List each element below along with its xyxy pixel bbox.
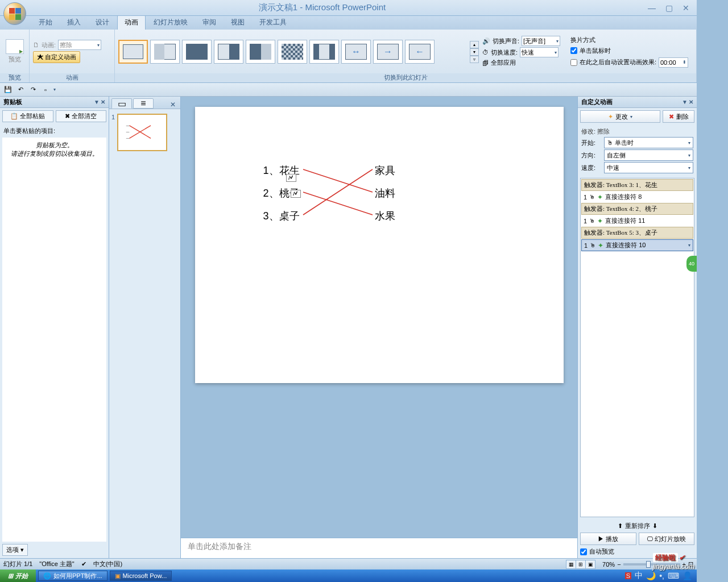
tab-design[interactable]: 设计 <box>89 15 116 30</box>
animation-list: 触发器: TextBox 3: 1、花生 1🖱✦直接连接符 8 触发器: Tex… <box>580 178 694 517</box>
pane-dropdown-icon[interactable]: ▼ <box>682 99 688 105</box>
start-button[interactable]: ⊞开始 <box>0 569 36 582</box>
notes-area[interactable]: 单击此处添加备注 <box>181 538 577 558</box>
slide-text-6[interactable]: 水果 <box>375 209 395 223</box>
trigger-header: 触发器: TextBox 5: 3、桌子 <box>581 227 693 239</box>
pane-close-icon[interactable]: ✕ <box>689 99 693 105</box>
reorder-down-icon[interactable]: ⬇ <box>652 522 657 530</box>
tab-insert[interactable]: 插入 <box>60 15 88 30</box>
sorter-view-icon[interactable]: ⊞ <box>576 560 586 569</box>
clear-all-button[interactable]: ✖ 全部清空 <box>56 110 107 122</box>
transition-item[interactable] <box>150 40 180 64</box>
transition-gallery: ↔ → ← ▴▾▿ <box>118 40 480 64</box>
tab-developer[interactable]: 开发工具 <box>253 15 293 30</box>
clipboard-message: 单击要粘贴的项目: <box>0 124 109 138</box>
undo-icon[interactable]: ↶ <box>16 85 25 94</box>
ime-icon[interactable]: S <box>625 572 631 579</box>
gallery-scroll[interactable]: ▴▾▿ <box>470 41 479 63</box>
language-indicator[interactable]: 中文(中国) <box>93 560 122 568</box>
qat-more-icon[interactable]: ▫ <box>41 85 50 94</box>
maximize-button[interactable]: ▢ <box>661 3 676 13</box>
auto-advance-checkbox[interactable] <box>570 59 577 66</box>
title-bar: 演示文稿1 - Microsoft PowerPoint — ▢ ✕ <box>0 0 697 16</box>
animation-item-selected[interactable]: 1🖱✦直接连接符 10▾ <box>581 239 693 251</box>
options-button[interactable]: 选项 ▾ <box>2 544 28 556</box>
anim-speed-select[interactable]: 中速▾ <box>604 162 693 173</box>
tab-view[interactable]: 视图 <box>224 15 251 30</box>
transition-item[interactable] <box>309 40 339 64</box>
animation-select[interactable]: 擦除▾ <box>58 40 101 50</box>
pane-dropdown-icon[interactable]: ▼ <box>94 99 100 105</box>
slideshow-view-icon[interactable]: ▣ <box>585 560 595 569</box>
pane-close-icon[interactable]: ✕ <box>101 99 105 105</box>
transition-item[interactable]: ↔ <box>341 40 371 64</box>
sound-select[interactable]: [无声音]▾ <box>522 36 560 46</box>
redo-icon[interactable]: ↷ <box>28 85 38 94</box>
svg-line-5 <box>303 169 373 192</box>
slide-text-3[interactable]: 3、桌子 <box>263 209 300 223</box>
auto-time-spinner[interactable]: 00:00⬍ <box>659 57 688 68</box>
slides-tab[interactable]: ▭ <box>111 98 132 109</box>
zoom-out-icon[interactable]: − <box>617 561 621 568</box>
slide-text-4[interactable]: 家具 <box>375 164 395 177</box>
spellcheck-icon[interactable]: ✔ <box>81 560 86 568</box>
tray-icon[interactable]: 🌙 <box>646 571 656 580</box>
save-icon[interactable]: 💾 <box>3 85 13 94</box>
outline-tab[interactable]: ≡ <box>133 98 154 109</box>
thumb-pane-close-icon[interactable]: ✕ <box>168 101 178 109</box>
transition-none[interactable] <box>118 40 148 64</box>
auto-advance-label: 在此之后自动设置动画效果: <box>580 58 656 66</box>
tray-icon[interactable]: •, <box>659 571 664 580</box>
autopreview-checkbox[interactable] <box>580 548 587 555</box>
qat-customize-icon[interactable]: ▾ <box>53 87 56 92</box>
apply-all-button[interactable]: 🗐全部应用 <box>482 59 560 67</box>
reorder-up-icon[interactable]: ⬆ <box>618 522 623 530</box>
tab-review[interactable]: 审阅 <box>196 15 223 30</box>
animation-pane: 自定义动画▼✕ ✦更改▾ ✖删除 修改: 擦除 开始:🖱 单击时▾ 方向:自左侧… <box>577 97 697 558</box>
preview-label: 预览 <box>9 56 21 63</box>
trigger-header: 触发器: TextBox 4: 2、桃子 <box>581 203 693 215</box>
animation-indicator: 🗲 <box>291 190 301 198</box>
transition-item[interactable] <box>246 40 275 64</box>
slide-thumbnail[interactable]: 1 ——— <box>111 114 178 151</box>
direction-select[interactable]: 自左侧▾ <box>604 149 693 161</box>
change-effect-button[interactable]: ✦更改▾ <box>580 110 660 123</box>
slide-count: 幻灯片 1/1 <box>3 560 32 568</box>
tab-animations[interactable]: 动画 <box>117 15 146 30</box>
thumbnail-pane: ▭ ≡ ✕ 1 ——— <box>109 97 181 558</box>
transition-item[interactable] <box>278 40 307 64</box>
transition-item[interactable] <box>182 40 212 64</box>
taskbar-item[interactable]: ▣Microsoft Pow... <box>110 571 172 581</box>
office-button[interactable] <box>3 2 26 25</box>
play-button[interactable]: ▶ 播放 <box>580 533 636 545</box>
slideshow-button[interactable]: 🖵 幻灯片放映 <box>639 533 695 545</box>
tab-home[interactable]: 开始 <box>32 15 59 30</box>
animation-item[interactable]: 1🖱✦直接连接符 8 <box>581 192 693 202</box>
taskbar-item[interactable]: 🌐如何用PPT制作... <box>38 571 107 581</box>
zoom-level[interactable]: 70% <box>602 561 615 568</box>
group-anim-label: 动画 <box>30 73 114 82</box>
paste-all-button[interactable]: 📋 全部粘贴 <box>2 110 53 122</box>
minimize-button[interactable]: — <box>644 3 659 13</box>
side-badge[interactable]: 40 <box>686 256 697 272</box>
slide-text-5[interactable]: 油料 <box>375 186 395 200</box>
transition-item[interactable]: ← <box>405 40 435 64</box>
close-button[interactable]: ✕ <box>679 3 693 13</box>
animation-item[interactable]: 1🖱✦直接连接符 11 <box>581 215 693 226</box>
transition-item[interactable]: → <box>373 40 403 64</box>
remove-effect-button[interactable]: ✖删除 <box>663 110 694 123</box>
slide[interactable]: 1、花生 2、桃子 3、桌子 家具 油料 水果 🗲 🗲 <box>195 107 564 383</box>
mouse-click-checkbox[interactable] <box>570 47 577 54</box>
tray-icon[interactable]: 中 <box>635 571 643 581</box>
tab-slideshow[interactable]: 幻灯片放映 <box>147 15 195 30</box>
tray-icon[interactable]: 👤 <box>682 571 692 580</box>
custom-animation-button[interactable]: 🟊 自定义动画 <box>33 51 80 63</box>
transition-item[interactable] <box>214 40 243 64</box>
normal-view-icon[interactable]: ▦ <box>566 560 576 569</box>
tray-icon[interactable]: ⌨ <box>668 571 679 580</box>
group-preview-label: 预览 <box>0 73 29 82</box>
start-select[interactable]: 🖱 单击时▾ <box>604 137 693 148</box>
preview-button[interactable]: 预览 <box>3 39 26 64</box>
thumb-number: 1 <box>111 114 115 151</box>
speed-select[interactable]: 快速▾ <box>520 47 559 57</box>
